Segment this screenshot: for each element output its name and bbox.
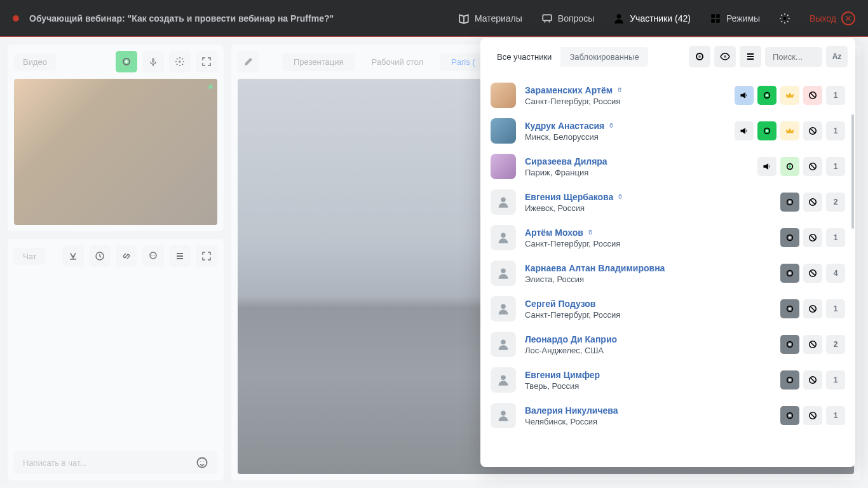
avatar xyxy=(491,261,516,286)
participant-info: Карнаева Алтан ВладимировнаЭлиста, Росси… xyxy=(525,263,771,284)
grid-icon xyxy=(710,13,721,24)
action-ban-gray[interactable] xyxy=(803,299,822,318)
action-horn-blue[interactable] xyxy=(735,86,754,105)
participant-info: Евгения ЩербаковаИжевск, Россия xyxy=(525,192,771,213)
action-ban-red[interactable] xyxy=(803,86,822,105)
device-count: 4 xyxy=(826,264,845,283)
action-cam-greenlt[interactable] xyxy=(780,157,799,176)
participant-actions: 2 xyxy=(780,193,845,212)
participant-row[interactable]: Евгения ЩербаковаИжевск, Россия2 xyxy=(480,184,855,220)
participant-info: Артём МоховСанкт-Петербург, Россия xyxy=(525,227,771,248)
camera-icon xyxy=(785,162,794,171)
action-cam-dark[interactable] xyxy=(780,193,799,212)
participants-list[interactable]: Зараменских АртёмСанкт-Петербург, Россия… xyxy=(480,75,855,467)
device-count: 1 xyxy=(826,157,845,176)
ban-icon xyxy=(808,411,817,420)
ban-icon xyxy=(808,198,817,207)
mouse-icon xyxy=(608,122,614,130)
search-input[interactable] xyxy=(773,52,815,62)
action-horn-gray[interactable] xyxy=(735,121,754,140)
device-count: 1 xyxy=(826,406,845,425)
action-cam-dark[interactable] xyxy=(780,370,799,390)
participant-row[interactable]: Сиразеева ДиляраПариж, Франция1 xyxy=(480,149,855,184)
action-cam-dark[interactable] xyxy=(780,406,799,425)
search-input-wrap[interactable] xyxy=(765,47,822,67)
participant-row[interactable]: Кудрук АнастасияМинск, Белоруссия1 xyxy=(480,113,855,149)
camera-filter-button[interactable] xyxy=(689,46,710,67)
action-cam-green[interactable] xyxy=(757,86,776,105)
camera-icon xyxy=(785,304,794,313)
participant-row[interactable]: Леонардо Ди КаприоЛос-Анджелес, США2 xyxy=(480,327,855,362)
mouse-icon xyxy=(616,86,623,94)
ban-icon xyxy=(808,269,817,278)
tab-blocked-participants[interactable]: Заблокированные xyxy=(560,47,648,67)
view-button[interactable] xyxy=(714,46,736,67)
avatar xyxy=(491,296,516,322)
participant-row[interactable]: Евгения ЦимферТверь, Россия1 xyxy=(480,362,855,398)
megaphone-icon xyxy=(740,91,749,100)
user-icon xyxy=(497,374,510,386)
gear-icon xyxy=(779,13,790,24)
camera-icon xyxy=(763,126,771,135)
avatar xyxy=(491,367,516,393)
camera-icon xyxy=(763,91,771,100)
action-crown-yellow[interactable] xyxy=(780,121,799,140)
participant-row[interactable]: Артём МоховСанкт-Петербург, Россия1 xyxy=(480,220,855,255)
ban-icon xyxy=(808,91,817,100)
nav-questions[interactable]: Вопросы xyxy=(541,13,594,24)
action-cam-green[interactable] xyxy=(757,121,776,140)
action-ban-gray[interactable] xyxy=(803,335,822,354)
participant-row[interactable]: Сергей ПодузовСанкт-Петербург, Россия1 xyxy=(480,291,855,327)
action-ban-gray[interactable] xyxy=(803,406,822,425)
participant-actions: 1 xyxy=(780,406,845,425)
action-crown-yellow[interactable] xyxy=(780,86,799,105)
action-ban-gray[interactable] xyxy=(803,370,822,390)
participant-location: Минск, Белоруссия xyxy=(525,132,726,142)
tab-all-participants[interactable]: Все участники xyxy=(488,47,560,67)
nav-modes[interactable]: Режимы xyxy=(710,13,760,24)
participant-location: Челябинск, Россия xyxy=(525,417,771,426)
action-ban-gray[interactable] xyxy=(803,121,822,140)
questions-icon xyxy=(541,13,553,24)
action-cam-dark[interactable] xyxy=(780,228,799,247)
avatar xyxy=(491,83,516,108)
participant-actions: 1 xyxy=(735,86,845,105)
megaphone-icon xyxy=(763,162,771,171)
participant-row[interactable]: Карнаева Алтан ВладимировнаЭлиста, Росси… xyxy=(480,255,855,291)
action-ban-gray[interactable] xyxy=(803,264,822,283)
nav-participants[interactable]: Участники (42) xyxy=(613,13,691,24)
action-cam-dark[interactable] xyxy=(780,335,799,354)
action-ban-gray[interactable] xyxy=(803,228,822,247)
user-icon xyxy=(497,196,510,208)
ban-icon xyxy=(808,126,817,135)
exit-button[interactable]: Выход xyxy=(810,11,855,25)
nav-settings[interactable] xyxy=(779,13,790,24)
scrollbar[interactable] xyxy=(851,114,854,229)
action-horn-gray-off[interactable] xyxy=(757,157,776,176)
action-cam-dark[interactable] xyxy=(780,264,799,283)
topbar: Обучающий вебинар: "Как создать и провес… xyxy=(0,0,868,37)
avatar xyxy=(491,332,516,357)
avatar xyxy=(491,225,516,250)
nav-materials[interactable]: Материалы xyxy=(458,13,522,24)
user-icon xyxy=(613,13,625,24)
camera-icon xyxy=(785,411,794,420)
participant-row[interactable]: Валерия НикуличеваЧелябинск, Россия1 xyxy=(480,398,855,433)
action-ban-gray[interactable] xyxy=(803,157,822,176)
participant-actions: 1 xyxy=(732,157,845,176)
crown-icon xyxy=(785,91,794,100)
book-icon xyxy=(458,13,470,24)
participant-name: Артём Мохов xyxy=(525,227,771,238)
action-ban-gray[interactable] xyxy=(803,193,822,212)
participant-row[interactable]: Зараменских АртёмСанкт-Петербург, Россия… xyxy=(480,78,855,113)
menu-button[interactable] xyxy=(740,46,761,67)
participant-location: Санкт-Петербург, Россия xyxy=(525,310,771,320)
participant-info: Леонардо Ди КаприоЛос-Анджелес, США xyxy=(525,334,771,355)
camera-icon xyxy=(785,233,794,242)
ban-icon xyxy=(808,304,817,313)
action-cam-dark[interactable] xyxy=(780,299,799,318)
device-count: 1 xyxy=(826,299,845,318)
sort-button[interactable]: Az xyxy=(826,46,848,67)
ban-icon xyxy=(808,340,817,349)
participant-name: Зараменских Артём xyxy=(525,85,726,95)
